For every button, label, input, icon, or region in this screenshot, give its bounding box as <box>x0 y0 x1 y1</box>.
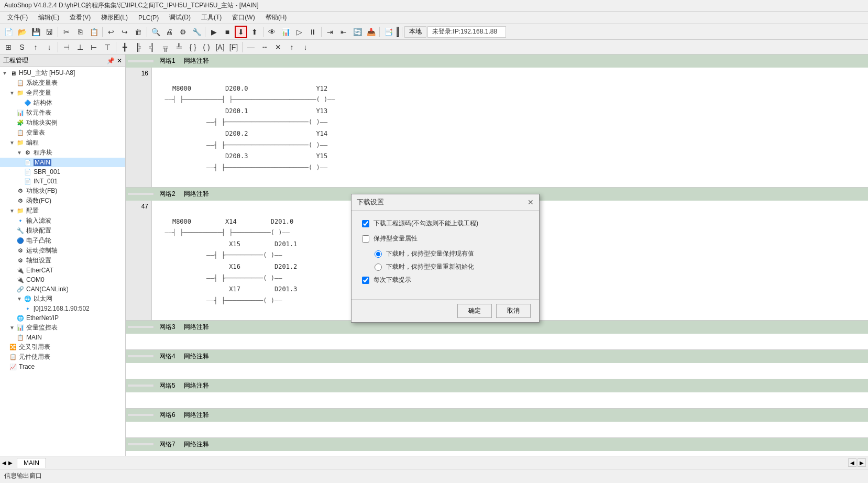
pause-btn[interactable]: ⏸ <box>306 26 319 38</box>
tb2-down[interactable]: ↓ <box>43 41 56 53</box>
tree-item-struct[interactable]: 🔷 结构体 <box>0 98 125 108</box>
toggle-config[interactable]: ▼ <box>8 208 16 214</box>
tb2-btn2[interactable]: S <box>16 41 28 53</box>
tree-item-funcblockfb[interactable]: ⚙ 功能块(FB) <box>0 186 125 196</box>
scroll-left-icon[interactable]: ◀ <box>2 460 6 466</box>
line-btn5[interactable]: ↓ <box>299 41 312 53</box>
monitor-btn[interactable]: 👁 <box>266 26 278 38</box>
tree-item-funcblock[interactable]: 🧩 功能块实例 <box>0 118 125 128</box>
toggle-program[interactable]: ▼ <box>8 140 16 146</box>
local-btn[interactable]: 本地 <box>404 26 426 38</box>
tree-item-inputfilter[interactable]: 🔹 输入滤波 <box>0 216 125 226</box>
menu-plc[interactable]: PLC(P) <box>133 13 164 23</box>
io-btn4[interactable]: 📥 <box>365 26 377 38</box>
tree-item-crossref[interactable]: 🔀 交叉引用表 <box>0 342 125 352</box>
nav-right[interactable]: ▶ <box>858 458 866 467</box>
tree-item-ethercat[interactable]: 🔌 EtherCAT <box>0 266 125 275</box>
ld-btn4[interactable]: ⊤ <box>101 41 114 53</box>
ld-btn1[interactable]: ⊣ <box>60 41 73 53</box>
tree-item-compusage[interactable]: 📋 元件使用表 <box>0 352 125 362</box>
save-as-btn[interactable]: 🖫 <box>43 26 56 38</box>
panel-pin-icon[interactable]: 📌 <box>107 57 115 64</box>
radio-retain-current[interactable] <box>375 250 382 258</box>
undo-btn[interactable]: ↩ <box>105 26 117 38</box>
ld-btn7[interactable]: ╣ <box>146 41 158 53</box>
menu-window[interactable]: 窗口(W) <box>227 12 260 23</box>
tree-item-vartable[interactable]: 📋 变量表 <box>0 128 125 138</box>
tree-item-softcomp[interactable]: 📊 软元件表 <box>0 108 125 118</box>
tree-item-moduleconfig[interactable]: 🔧 模块配置 <box>0 226 125 236</box>
ld-btn13[interactable]: [F] <box>227 41 240 53</box>
tb2-btn1[interactable]: ⊞ <box>2 41 15 53</box>
tree-item-trace[interactable]: 📈 Trace <box>0 362 125 371</box>
tree-item-globalvar[interactable]: ▼ 📁 全局变量 <box>0 88 125 98</box>
dialog-title-bar[interactable]: 下载设置 ✕ <box>351 194 539 211</box>
ld-btn3[interactable]: ⊢ <box>87 41 100 53</box>
menu-file[interactable]: 文件(F) <box>2 12 33 23</box>
tree-item-root[interactable]: ▼ 🖥 H5U_主站 [H5U-A8] <box>0 68 125 78</box>
delete-btn[interactable]: 🗑 <box>132 26 145 38</box>
nav-left[interactable]: ◀ <box>848 458 856 467</box>
io-btn3[interactable]: 🔄 <box>351 26 364 38</box>
line-btn2[interactable]: ╌ <box>258 41 271 53</box>
radio-reinit[interactable] <box>375 264 382 271</box>
dialog-close-btn[interactable]: ✕ <box>528 198 534 206</box>
open-btn[interactable]: 📂 <box>16 26 28 38</box>
run2-btn[interactable]: ▷ <box>293 26 305 38</box>
tree-item-config[interactable]: ▼ 📁 配置 <box>0 206 125 216</box>
ld-btn2[interactable]: ⊥ <box>74 41 86 53</box>
tree-item-ethernetip[interactable]: 🌐 EtherNet/IP <box>0 313 125 323</box>
cut-btn[interactable]: ✂ <box>60 26 73 38</box>
ld-btn9[interactable]: ╩ <box>173 41 185 53</box>
menu-view[interactable]: 查看(V) <box>64 12 96 23</box>
copy-btn[interactable]: ⎘ <box>74 26 86 38</box>
tree-item-varmain[interactable]: 📋 MAIN <box>0 333 125 342</box>
ld-btn11[interactable]: ( ) <box>200 41 213 53</box>
new-btn[interactable]: 📄 <box>2 26 15 38</box>
upload-btn[interactable]: ⬆ <box>248 26 261 38</box>
paste-btn[interactable]: 📋 <box>87 26 100 38</box>
io-btn1[interactable]: ⇥ <box>324 26 336 38</box>
toggle-varmonitor[interactable]: ▼ <box>8 325 16 331</box>
tree-item-main[interactable]: 📄 MAIN <box>0 158 125 167</box>
run-btn[interactable]: ▶ <box>207 26 220 38</box>
menu-ladder[interactable]: 梯形图(L) <box>96 12 133 23</box>
checkbox-retain-var[interactable] <box>362 235 369 243</box>
tree-item-varmonitor[interactable]: ▼ 📊 变量监控表 <box>0 323 125 333</box>
checkbox-prompt-every[interactable] <box>362 277 369 284</box>
dialog-confirm-btn[interactable]: 确定 <box>457 304 492 318</box>
download-btn[interactable]: ⬇ <box>235 26 247 38</box>
tree-item-funcfc[interactable]: ⚙ 函数(FC) <box>0 196 125 206</box>
compile-btn[interactable]: ⚙ <box>177 26 189 38</box>
ld-btn6[interactable]: ╠ <box>132 41 145 53</box>
print-btn[interactable]: 🖨 <box>163 26 175 38</box>
toggle-ethernet[interactable]: ▼ <box>16 296 23 302</box>
stop-btn[interactable]: ■ <box>221 26 234 38</box>
tree-item-sbr001[interactable]: 📄 SBR_001 <box>0 167 125 177</box>
toggle-progblock[interactable]: ▼ <box>16 150 23 156</box>
checkbox-download-source[interactable] <box>362 220 369 227</box>
menu-debug[interactable]: 调试(D) <box>164 12 196 23</box>
tree-item-axisgroup[interactable]: ⚙ 轴组设置 <box>0 256 125 266</box>
tree-item-canlink[interactable]: 🔗 CAN(CANLink) <box>0 284 125 294</box>
misc-btn1[interactable]: 📑 <box>382 26 394 38</box>
tree-item-int001[interactable]: 📄 INT_001 <box>0 177 125 186</box>
redo-btn[interactable]: ↪ <box>118 26 131 38</box>
tb2-up[interactable]: ↑ <box>29 41 42 53</box>
line-btn1[interactable]: — <box>245 41 257 53</box>
tree-item-eth192[interactable]: 🔹 [0]192.168.1.90:502 <box>0 304 125 313</box>
ld-btn8[interactable]: ╦ <box>159 41 172 53</box>
search-btn[interactable]: 🔍 <box>149 26 162 38</box>
tree-item-com0[interactable]: 🔌 COM0 <box>0 275 125 284</box>
tree-item-sysvar[interactable]: 📋 系统变量表 <box>0 78 125 88</box>
tree-item-progblock[interactable]: ▼ ⚙ 程序块 <box>0 148 125 158</box>
toggle-globalvar[interactable]: ▼ <box>8 90 16 96</box>
compile2-btn[interactable]: 🔧 <box>190 26 203 38</box>
ld-btn10[interactable]: { } <box>186 41 199 53</box>
tab-main[interactable]: MAIN <box>17 458 46 468</box>
panel-close-icon[interactable]: ✕ <box>117 57 122 64</box>
dialog-cancel-btn[interactable]: 取消 <box>496 304 531 318</box>
ld-btn5[interactable]: ╋ <box>118 41 131 53</box>
scroll-right-icon[interactable]: ▶ <box>8 460 13 466</box>
menu-help[interactable]: 帮助(H) <box>260 12 292 23</box>
